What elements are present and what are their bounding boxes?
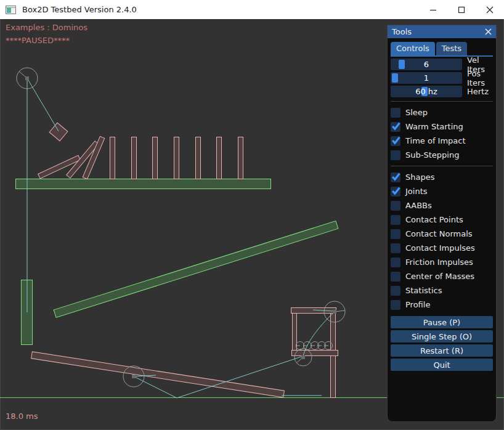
checkbox-label: Center of Masses <box>405 272 474 281</box>
panel-buttons: Pause (P) Single Step (O) Restart (R) Qu… <box>391 316 493 371</box>
checkbox-row-warm-starting[interactable]: Warm Starting <box>391 120 493 134</box>
checkbox-row-statistics[interactable]: Statistics <box>391 283 493 298</box>
checkbox-label: Shapes <box>405 172 434 182</box>
statistics-checkbox[interactable] <box>391 286 400 296</box>
check-icon <box>391 135 401 145</box>
checkbox-label: Joints <box>405 187 428 196</box>
pos-iters-slider[interactable]: 1 <box>391 72 462 84</box>
checkbox-row-time-of-impact[interactable]: Time of Impact <box>391 134 493 148</box>
tabbar: Controls Tests <box>391 42 496 55</box>
checkbox-label: Statistics <box>405 286 442 295</box>
vel-iters-slider[interactable]: 6 <box>391 59 462 70</box>
checkbox-row-contact-impulses[interactable]: Contact Impulses <box>391 241 493 255</box>
platform-shelf <box>16 179 271 189</box>
frame-left-post[interactable] <box>293 314 297 355</box>
slider-label: Hertz <box>467 87 489 96</box>
ramp-plank <box>54 221 338 318</box>
pos-iters-row: 1 Pos Iters <box>391 72 493 84</box>
hertz-slider[interactable]: 60 hz <box>391 86 462 97</box>
maximize-icon <box>458 6 465 14</box>
hertz-row: 60 hz Hertz <box>391 86 493 97</box>
checkbox-row-shapes[interactable]: Shapes <box>391 170 493 184</box>
frame-time-label: 18.0 ms <box>6 412 38 421</box>
shapes-checkbox[interactable] <box>391 172 400 182</box>
friction-impulses-checkbox[interactable] <box>391 258 400 267</box>
sleep-checkbox[interactable] <box>391 108 400 118</box>
checkbox-label: Contact Impulses <box>405 243 475 253</box>
tab-controls[interactable]: Controls <box>391 42 435 55</box>
minimize-button[interactable] <box>419 0 447 19</box>
maximize-button[interactable] <box>447 0 476 19</box>
joint-anchor <box>25 76 29 80</box>
checkbox-label: Friction Impulses <box>405 258 473 267</box>
tab-tests[interactable]: Tests <box>436 42 467 55</box>
checkbox-label: Contact Normals <box>405 229 473 238</box>
tools-panel-header[interactable]: Tools <box>388 25 496 38</box>
contact-impulses-checkbox[interactable] <box>391 243 400 253</box>
tools-panel-title: Tools <box>392 27 412 36</box>
standing-domino[interactable] <box>153 137 158 179</box>
contact-normals-checkbox[interactable] <box>391 229 400 239</box>
standing-domino[interactable] <box>174 137 179 179</box>
box2d-testbed-window: { "window": { "title": "Box2D Testbed Ve… <box>0 0 504 430</box>
minimize-icon <box>429 6 437 14</box>
window-title: Box2D Testbed Version 2.4.0 <box>22 5 137 14</box>
checkbox-row-center-of-masses[interactable]: Center of Masses <box>391 269 493 283</box>
paused-label: ****PAUSED**** <box>6 36 70 45</box>
seesaw-plank[interactable] <box>31 352 285 397</box>
separator <box>391 166 493 166</box>
checkbox-row-friction-impulses[interactable]: Friction Impulses <box>391 255 493 269</box>
checkbox-row-joints[interactable]: Joints <box>391 184 493 198</box>
contact-points-checkbox[interactable] <box>391 215 400 225</box>
check-icon <box>391 121 401 131</box>
checkbox-label: Time of Impact <box>405 136 466 145</box>
standing-domino[interactable] <box>196 137 201 179</box>
center-of-masses-checkbox[interactable] <box>391 272 400 282</box>
example-title-label: Examples : Dominos <box>6 23 87 32</box>
joint-anchor <box>132 375 136 378</box>
close-icon <box>486 6 494 14</box>
cradle-balls[interactable] <box>296 342 333 350</box>
checkbox-label: Sleep <box>405 108 428 117</box>
frame-shelf[interactable] <box>292 351 338 356</box>
checkbox-row-contact-points[interactable]: Contact Points <box>391 213 493 227</box>
checkbox-row-sleep[interactable]: Sleep <box>391 105 493 120</box>
checkbox-row-aabbs[interactable]: AABBs <box>391 198 493 213</box>
aabbs-checkbox[interactable] <box>391 201 400 211</box>
standing-domino[interactable] <box>238 137 243 179</box>
standing-domino[interactable] <box>110 137 115 179</box>
warm-starting-checkbox[interactable] <box>391 122 400 132</box>
slider-value: 1 <box>391 72 462 84</box>
check-icon <box>391 171 401 182</box>
pendulum-box[interactable] <box>49 123 68 140</box>
panel-close-icon[interactable] <box>485 28 492 35</box>
sub-stepping-checkbox[interactable] <box>391 150 400 160</box>
app-icon <box>6 6 16 14</box>
check-icon <box>391 185 401 196</box>
separator <box>391 101 493 102</box>
joint-anchor <box>333 310 336 314</box>
slider-label: Pos Iters <box>467 69 493 87</box>
checkbox-row-profile[interactable]: Profile <box>391 298 493 312</box>
close-button[interactable] <box>476 0 504 19</box>
tools-panel: Tools Controls Tests 6 Vel Iters 1 Pos I… <box>387 25 497 422</box>
restart-button[interactable]: Restart (R) <box>391 344 493 357</box>
checkbox-label: AABBs <box>405 201 432 210</box>
slider-value: 6 <box>391 59 462 70</box>
checkbox-label: Contact Points <box>405 215 463 224</box>
joint-anchor <box>301 355 305 359</box>
quit-button[interactable]: Quit <box>391 359 493 371</box>
single-step-button[interactable]: Single Step (O) <box>391 330 493 343</box>
profile-checkbox[interactable] <box>391 300 400 310</box>
standing-domino[interactable] <box>217 137 222 179</box>
pause-button[interactable]: Pause (P) <box>391 316 493 328</box>
joints-checkbox[interactable] <box>391 187 400 197</box>
checkbox-label: Profile <box>405 300 430 309</box>
checkbox-label: Warm Starting <box>405 122 463 131</box>
checkbox-row-contact-normals[interactable]: Contact Normals <box>391 227 493 241</box>
frame-top-beam[interactable] <box>291 308 336 314</box>
standing-domino[interactable] <box>132 137 137 179</box>
time-of-impact-checkbox[interactable] <box>391 136 400 146</box>
checkbox-row-sub-stepping[interactable]: Sub-Stepping <box>391 148 493 162</box>
titlebar: Box2D Testbed Version 2.4.0 <box>0 0 504 19</box>
